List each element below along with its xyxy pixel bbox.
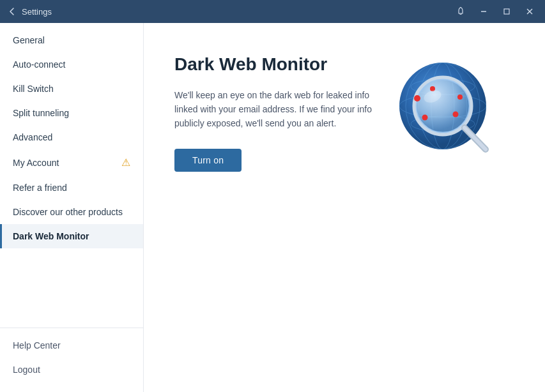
window-title: Settings bbox=[22, 7, 52, 17]
sidebar-label-help-center: Help Center bbox=[13, 340, 61, 351]
content-text: Dark Web Monitor We'll keep an eye on th… bbox=[174, 54, 374, 172]
sidebar-label-kill-switch: Kill Switch bbox=[13, 84, 54, 94]
warning-icon: ⚠ bbox=[121, 156, 130, 169]
dark-web-monitor-illustration bbox=[387, 54, 514, 165]
sidebar-label-advanced: Advanced bbox=[13, 132, 52, 142]
sidebar-label-logout: Logout bbox=[13, 365, 40, 375]
sidebar-nav: General Auto-connect Kill Switch Split t… bbox=[0, 23, 143, 328]
content-area: Dark Web Monitor We'll keep an eye on th… bbox=[174, 54, 514, 172]
titlebar-left: Settings bbox=[8, 7, 52, 17]
sidebar-label-discover-products: Discover our other products bbox=[13, 207, 123, 217]
sidebar-label-general: General bbox=[13, 35, 45, 45]
sidebar-item-auto-connect[interactable]: Auto-connect bbox=[0, 52, 143, 77]
sidebar-footer: Help Center Logout bbox=[0, 328, 143, 392]
sidebar-item-split-tunneling[interactable]: Split tunneling bbox=[0, 101, 143, 125]
page-title: Dark Web Monitor bbox=[174, 54, 374, 75]
sidebar-item-my-account[interactable]: My Account ⚠ bbox=[0, 149, 143, 176]
sidebar-label-my-account: My Account bbox=[13, 158, 59, 168]
maximize-button[interactable] bbox=[496, 4, 517, 19]
sidebar-item-refer-a-friend[interactable]: Refer a friend bbox=[0, 176, 143, 200]
sidebar-item-kill-switch[interactable]: Kill Switch bbox=[0, 77, 143, 101]
page-description: We'll keep an eye on the dark web for le… bbox=[174, 88, 374, 131]
svg-point-21 bbox=[457, 94, 463, 100]
svg-point-19 bbox=[422, 115, 428, 121]
sidebar-item-general[interactable]: General bbox=[0, 28, 143, 52]
notification-bell[interactable] bbox=[450, 4, 471, 19]
minimize-button[interactable] bbox=[473, 4, 494, 19]
main-content: Dark Web Monitor We'll keep an eye on th… bbox=[144, 23, 545, 392]
sidebar-label-dark-web-monitor: Dark Web Monitor bbox=[13, 231, 89, 241]
sidebar-item-help-center[interactable]: Help Center bbox=[0, 333, 143, 358]
sidebar-item-logout[interactable]: Logout bbox=[0, 358, 143, 382]
sidebar: General Auto-connect Kill Switch Split t… bbox=[0, 23, 144, 392]
sidebar-label-split-tunneling: Split tunneling bbox=[13, 108, 69, 118]
titlebar: Settings bbox=[0, 0, 545, 23]
sidebar-label-refer-a-friend: Refer a friend bbox=[13, 183, 67, 193]
sidebar-item-discover-products[interactable]: Discover our other products bbox=[0, 200, 143, 224]
svg-point-18 bbox=[414, 95, 420, 102]
back-button[interactable] bbox=[8, 7, 17, 16]
titlebar-controls bbox=[450, 4, 540, 19]
app-container: General Auto-connect Kill Switch Split t… bbox=[0, 23, 545, 392]
close-button[interactable] bbox=[519, 4, 540, 19]
svg-point-22 bbox=[453, 112, 459, 117]
sidebar-item-advanced[interactable]: Advanced bbox=[0, 125, 143, 149]
turn-on-button[interactable]: Turn on bbox=[174, 149, 242, 172]
sidebar-label-auto-connect: Auto-connect bbox=[13, 59, 66, 70]
svg-rect-2 bbox=[504, 9, 509, 14]
sidebar-item-dark-web-monitor[interactable]: Dark Web Monitor bbox=[0, 224, 143, 248]
